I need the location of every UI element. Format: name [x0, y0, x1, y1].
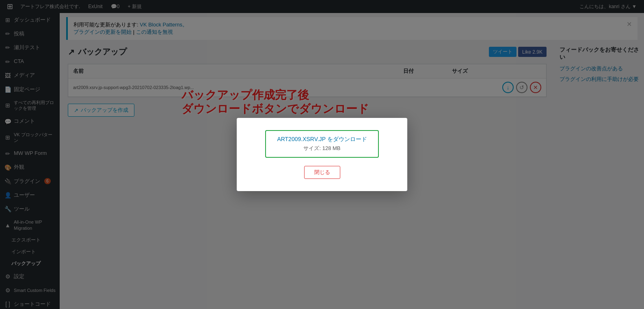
- modal-file-name: ART2009.XSRV.JP をダウンロード: [276, 136, 368, 143]
- modal-overlay[interactable]: ART2009.XSRV.JP をダウンロード サイズ: 128 MB 閉じる: [0, 0, 644, 309]
- download-modal: ART2009.XSRV.JP をダウンロード サイズ: 128 MB 閉じる: [237, 118, 407, 191]
- modal-file-size: サイズ: 128 MB: [276, 145, 368, 152]
- modal-download-button[interactable]: ART2009.XSRV.JP をダウンロード サイズ: 128 MB: [265, 130, 379, 158]
- modal-close-button[interactable]: 閉じる: [304, 166, 340, 179]
